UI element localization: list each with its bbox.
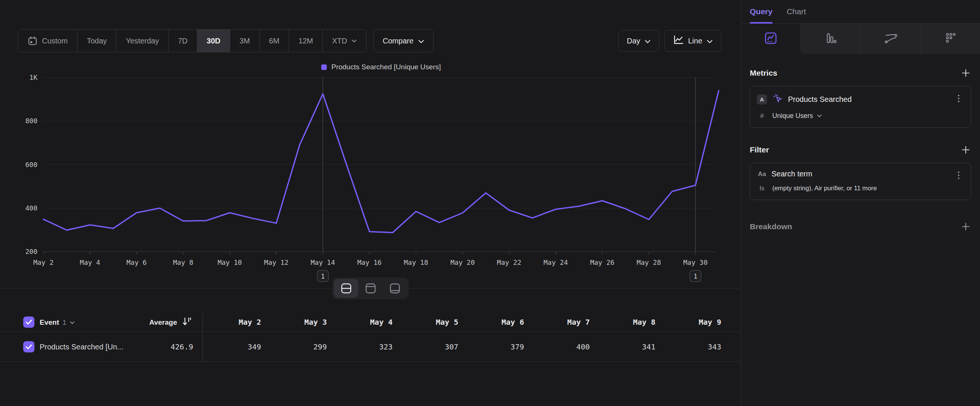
day-column-header[interactable]: May 4: [327, 313, 393, 331]
metric-card[interactable]: A Products Searched # Unique Users: [750, 86, 971, 128]
svg-text:1: 1: [694, 273, 697, 280]
table-header-row: Event 1 Average May 2May 3May 4May 5May …: [0, 313, 740, 332]
event-header-label: Event: [40, 318, 59, 326]
day-value-cell: 323: [327, 332, 393, 361]
aggregation-selector[interactable]: Unique Users: [772, 112, 822, 120]
series-letter-badge: A: [757, 94, 767, 105]
add-breakdown-button[interactable]: [961, 221, 971, 232]
flows-icon: [884, 32, 898, 46]
report-tab-insights[interactable]: [741, 24, 801, 54]
string-property-icon: Aa: [757, 170, 767, 178]
filter-value[interactable]: (empty string), Air purifier, or 11 more: [772, 185, 877, 192]
svg-text:600: 600: [25, 161, 37, 169]
metrics-section-header: Metrics: [750, 68, 971, 78]
report-tab-funnels[interactable]: [801, 24, 861, 54]
table-row[interactable]: Products Searched [Un... 426.9 349299323…: [0, 332, 740, 362]
day-column-header[interactable]: May 7: [524, 313, 590, 331]
layout-split-view-button[interactable]: [334, 279, 358, 298]
row-event-name: Products Searched [Un...: [40, 332, 123, 362]
layout-table-only-button[interactable]: [383, 279, 407, 298]
chart-view-icon: [365, 283, 376, 294]
day-value-cell: 307: [393, 332, 458, 361]
day-header-cells: May 2May 3May 4May 5May 6May 7May 8May 9: [196, 313, 721, 331]
day-value-cell: 379: [458, 332, 524, 361]
sort-descending-icon: [182, 317, 191, 328]
svg-text:May 20: May 20: [450, 258, 475, 266]
day-value-cells: 349299323307379400341343: [196, 332, 721, 361]
svg-text:May 6: May 6: [127, 258, 147, 266]
query-panel: Query Chart Metrics: [740, 0, 980, 406]
filter-property-name: Search term: [772, 170, 812, 178]
report-type-tabs: [741, 24, 980, 54]
day-value-cell: 341: [590, 332, 656, 361]
report-tab-flows[interactable]: [861, 24, 921, 54]
metric-event-name: Products Searched: [788, 95, 852, 104]
tab-query[interactable]: Query: [750, 0, 773, 24]
funnels-icon: [825, 32, 837, 46]
day-value-cell: 400: [524, 332, 590, 361]
average-column-header[interactable]: Average: [150, 313, 191, 332]
main-report-area: CustomTodayYesterday7D30D3M6M12MXTD Comp…: [0, 0, 740, 406]
day-value-cell: 343: [655, 332, 721, 361]
svg-text:May 10: May 10: [218, 258, 242, 266]
svg-text:200: 200: [25, 248, 37, 255]
svg-text:May 18: May 18: [404, 258, 428, 266]
layout-chart-only-button[interactable]: [358, 279, 383, 298]
svg-text:May 2: May 2: [33, 258, 54, 266]
panel-content: Metrics A Products Searched # Unique Use…: [741, 68, 980, 232]
svg-text:400: 400: [25, 204, 37, 212]
metrics-heading: Metrics: [750, 68, 778, 78]
filter-operator[interactable]: Is: [757, 185, 767, 192]
svg-text:May 12: May 12: [264, 258, 289, 266]
split-view-icon: [341, 283, 352, 294]
day-column-header[interactable]: May 6: [458, 313, 524, 331]
average-header-label: Average: [150, 318, 177, 326]
retention-icon: [944, 32, 957, 46]
panel-tabs: Query Chart: [741, 0, 980, 24]
day-column-header[interactable]: May 5: [393, 313, 458, 331]
svg-text:1K: 1K: [29, 73, 37, 81]
tab-chart[interactable]: Chart: [787, 0, 806, 24]
breakdown-heading: Breakdown: [750, 222, 792, 231]
chevron-down-icon: [70, 319, 75, 326]
svg-text:May 28: May 28: [637, 258, 661, 266]
breakdown-section-header: Breakdown: [750, 221, 971, 232]
layout-switcher: [332, 277, 409, 299]
svg-text:May 30: May 30: [683, 258, 708, 266]
metric-menu-button[interactable]: [954, 94, 963, 105]
add-metric-button[interactable]: [961, 68, 971, 78]
row-average-value: 426.9: [171, 332, 193, 362]
svg-text:May 24: May 24: [544, 258, 568, 266]
svg-text:May 14: May 14: [311, 258, 335, 266]
line-chart[interactable]: 1K800600400200May 2May 4May 6May 8May 10…: [0, 0, 740, 288]
day-column-header[interactable]: May 8: [590, 313, 656, 331]
day-column-header[interactable]: May 3: [261, 313, 327, 331]
svg-text:May 8: May 8: [173, 258, 193, 266]
filter-card[interactable]: Aa Search term Is (empty string), Air pu…: [750, 163, 971, 200]
day-value-cell: 299: [261, 332, 327, 361]
results-table: Event 1 Average May 2May 3May 4May 5May …: [0, 313, 740, 362]
table-view-icon: [390, 283, 400, 294]
svg-text:1: 1: [321, 273, 325, 280]
insights-icon: [764, 32, 777, 46]
svg-text:May 22: May 22: [497, 258, 522, 266]
event-pointer-icon: [772, 93, 783, 106]
select-all-checkbox[interactable]: [23, 317, 35, 328]
day-column-header[interactable]: May 2: [196, 313, 261, 331]
filter-heading: Filter: [750, 145, 769, 154]
svg-text:800: 800: [25, 117, 37, 125]
report-tab-retention[interactable]: [921, 24, 980, 54]
day-column-header[interactable]: May 9: [655, 313, 721, 331]
svg-text:May 4: May 4: [80, 258, 100, 266]
event-count: 1: [62, 318, 67, 326]
day-value-cell: 349: [196, 332, 261, 361]
svg-text:May 16: May 16: [357, 258, 382, 266]
event-column-header[interactable]: Event 1: [40, 313, 75, 332]
aggregation-prefix: #: [757, 112, 767, 120]
filter-menu-button[interactable]: [954, 170, 963, 182]
filter-section-header: Filter: [750, 145, 971, 155]
svg-text:May 26: May 26: [590, 258, 614, 266]
aggregation-label: Unique Users: [772, 112, 813, 120]
add-filter-button[interactable]: [961, 145, 971, 155]
row-checkbox[interactable]: [23, 341, 35, 352]
